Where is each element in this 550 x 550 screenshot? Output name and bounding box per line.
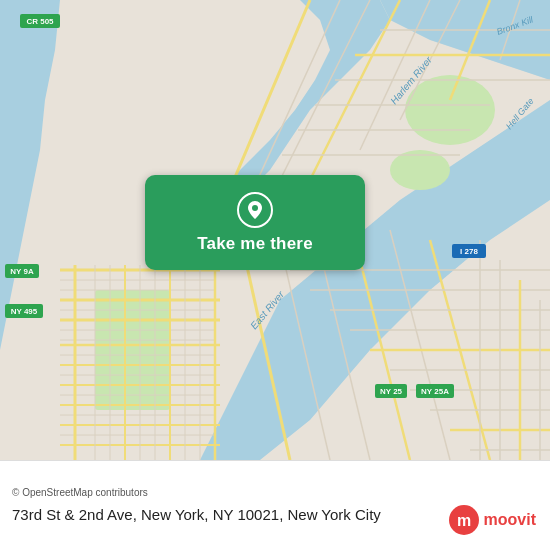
location-pin-icon [237, 192, 273, 228]
take-me-there-label: Take me there [197, 234, 313, 254]
svg-text:NY 25A: NY 25A [421, 387, 449, 396]
copyright-line: © OpenStreetMap contributors [12, 487, 538, 498]
svg-point-84 [252, 205, 258, 211]
moovit-text: moovit [484, 511, 536, 529]
svg-point-3 [390, 150, 450, 190]
moovit-icon: m [448, 504, 480, 536]
svg-text:NY 9A: NY 9A [10, 267, 34, 276]
svg-text:I 278: I 278 [460, 247, 478, 256]
take-me-there-button[interactable]: Take me there [145, 175, 365, 270]
info-bar: © OpenStreetMap contributors 73rd St & 2… [0, 460, 550, 550]
svg-text:CR 505: CR 505 [26, 17, 54, 26]
svg-point-2 [405, 75, 495, 145]
svg-rect-1 [95, 290, 170, 410]
svg-text:NY 25: NY 25 [380, 387, 403, 396]
map-container: CR 505 NY 9A NY 495 I 278 NY 25 NY 25A H… [0, 0, 550, 460]
svg-text:m: m [456, 512, 470, 529]
svg-text:NY 495: NY 495 [11, 307, 38, 316]
moovit-logo: m moovit [448, 504, 536, 536]
